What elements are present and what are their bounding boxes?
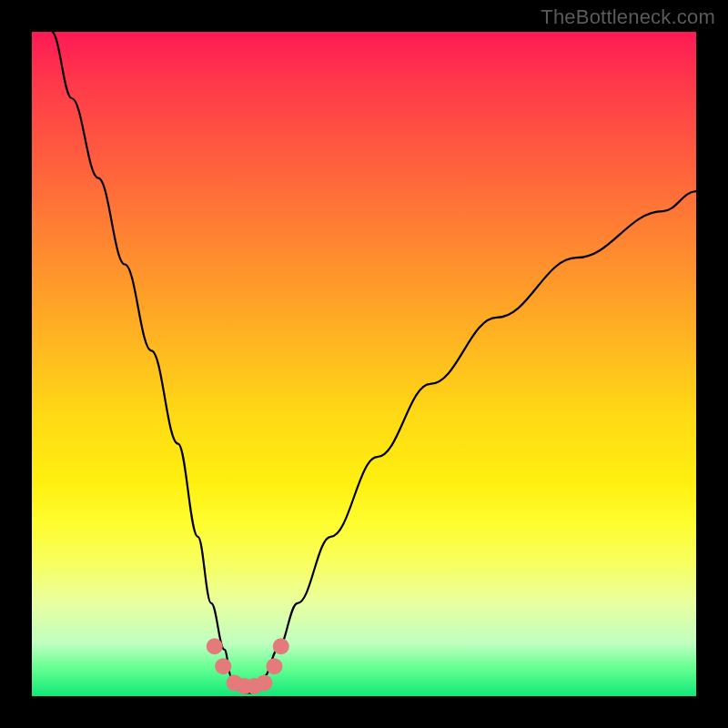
marker-point <box>257 674 273 691</box>
bottleneck-curve <box>52 32 696 693</box>
curve-markers <box>207 638 289 694</box>
marker-point <box>266 658 282 674</box>
watermark-text: TheBottleneck.com <box>541 5 715 29</box>
marker-point <box>207 638 223 654</box>
chart-svg <box>32 32 696 696</box>
marker-point <box>215 658 231 674</box>
marker-point <box>273 638 289 654</box>
